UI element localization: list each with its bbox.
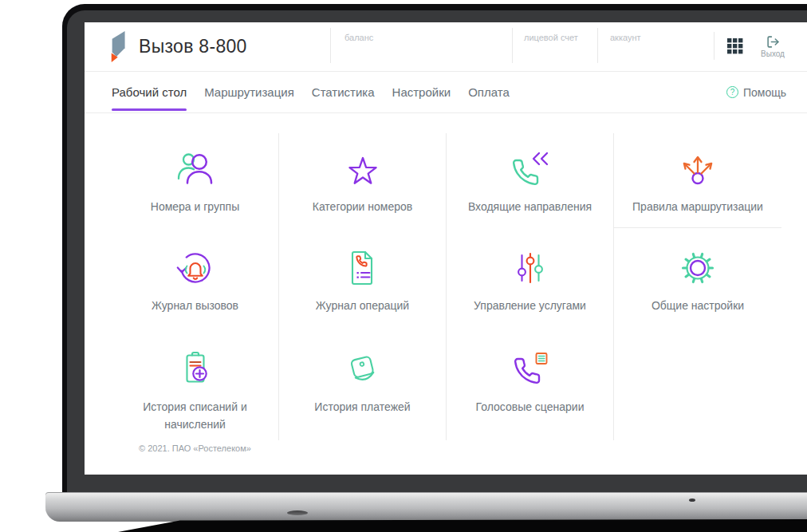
- tile-payments-history[interactable]: История платежей: [279, 328, 447, 440]
- help-icon: [726, 86, 738, 98]
- divider: [330, 28, 331, 63]
- app-title: Вызов 8-800: [139, 36, 247, 57]
- brand: Вызов 8-800: [110, 29, 247, 65]
- tile-label: Голосовые сценарии: [476, 399, 585, 416]
- tile-label: Правила маршрутизации: [632, 199, 763, 216]
- logout-icon: [766, 35, 780, 49]
- divider: [714, 32, 714, 60]
- copyright: © 2021. ПАО «Ростелеком»: [112, 440, 807, 453]
- app-header: Вызов 8-800 баланс лицевой счет аккаунт: [85, 22, 807, 72]
- tile-numbers-groups[interactable]: Номера и группы: [112, 133, 279, 228]
- call-log-icon: [173, 246, 218, 290]
- tile-call-log[interactable]: Журнал вызовов: [112, 228, 279, 328]
- tile-services-management[interactable]: Управление услугами: [447, 228, 614, 328]
- rostelecom-logo-icon: [110, 29, 128, 65]
- grid-icon: [727, 38, 743, 54]
- laptop-notch: [287, 510, 308, 515]
- divider: [597, 28, 598, 63]
- laptop-bezel: Вызов 8-800 баланс лицевой счет аккаунт: [67, 10, 807, 494]
- laptop-hinge-dot: [689, 499, 695, 502]
- tab-statistics[interactable]: Статистика: [312, 72, 375, 112]
- incoming-call-icon: [508, 147, 553, 191]
- tile-label: Входящие направления: [468, 199, 592, 216]
- laptop-lid: Вызов 8-800 баланс лицевой счет аккаунт: [62, 4, 807, 494]
- tile-number-categories[interactable]: Категории номеров: [279, 133, 447, 228]
- tile-general-settings[interactable]: Общие настройки: [614, 228, 781, 328]
- tile-label: Управление услугами: [474, 298, 586, 315]
- tile-charges-history[interactable]: История списаний и начислений: [112, 328, 279, 440]
- users-icon: [173, 147, 218, 191]
- tiles-grid: Номера и группы Категории номеров: [112, 133, 807, 440]
- field-account-label: аккаунт: [610, 33, 641, 42]
- tile-operations-log[interactable]: Журнал операций: [279, 228, 447, 328]
- tile-label: Категории номеров: [313, 199, 413, 216]
- logout-label: Выход: [754, 49, 791, 58]
- tile-label: История платежей: [314, 399, 410, 416]
- tile-label: Общие настройки: [652, 298, 744, 315]
- empty-cell: [614, 328, 781, 440]
- help-label: Помощь: [743, 86, 786, 99]
- tab-settings[interactable]: Настройки: [392, 72, 451, 112]
- dashboard-content: Номера и группы Категории номеров: [85, 113, 807, 453]
- main-nav: Рабочий стол Маршрутизация Статистика На…: [85, 72, 807, 113]
- tile-voice-scenarios[interactable]: Голосовые сценарии: [447, 328, 614, 440]
- operations-log-icon: [341, 246, 385, 290]
- tile-label: Журнал операций: [316, 298, 409, 315]
- tile-label: Журнал вызовов: [152, 298, 238, 315]
- tile-label: Номера и группы: [151, 199, 239, 216]
- tab-routing[interactable]: Маршрутизация: [204, 72, 294, 112]
- tab-dashboard[interactable]: Рабочий стол: [112, 72, 187, 112]
- routing-arrows-icon: [675, 147, 720, 191]
- laptop-base: [45, 492, 807, 522]
- field-balance-label: баланс: [344, 33, 373, 42]
- payments-history-icon: [341, 347, 385, 392]
- laptop-screen: Вызов 8-800 баланс лицевой счет аккаунт: [85, 22, 807, 475]
- voice-scenarios-icon: [508, 347, 553, 392]
- field-personal-account-label: лицевой счет: [524, 33, 578, 42]
- charges-history-icon: [173, 347, 218, 392]
- tile-routing-rules[interactable]: Правила маршрутизации: [614, 133, 781, 228]
- apps-grid-button[interactable]: [727, 38, 743, 54]
- tile-label: История списаний и начислений: [123, 399, 268, 433]
- tile-incoming-directions[interactable]: Входящие направления: [447, 133, 614, 228]
- help-button[interactable]: Помощь: [726, 72, 786, 112]
- logout-button[interactable]: Выход: [754, 35, 791, 58]
- tab-payment[interactable]: Оплата: [468, 72, 510, 112]
- divider: [512, 28, 513, 63]
- laptop-shadow: [118, 519, 807, 532]
- gear-icon: [675, 246, 720, 290]
- star-icon: [341, 147, 385, 191]
- sliders-icon: [508, 246, 553, 290]
